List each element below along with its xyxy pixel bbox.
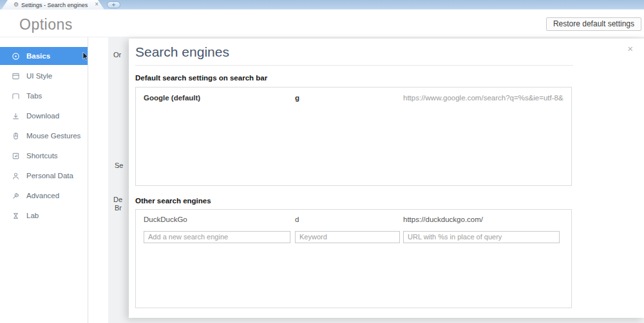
target-icon [12, 52, 20, 60]
sidebar-item-label: Download [26, 112, 59, 120]
sidebar-item-label: Tabs [26, 92, 42, 100]
engine-keyword: g [295, 94, 403, 102]
person-icon [12, 172, 20, 180]
engine-url: https://duckduckgo.com/ [403, 216, 564, 223]
gear-icon: ⚙ [14, 2, 19, 8]
clipped-label: Or [113, 51, 121, 59]
other-search-engines-box: DuckDuckGo d https://duckduckgo.com/ [135, 209, 572, 308]
add-engine-url-input[interactable] [403, 231, 560, 243]
engine-name: DuckDuckGo [144, 216, 295, 223]
window-icon [12, 72, 20, 80]
clipped-label: De [113, 196, 122, 203]
sidebar-item-basics[interactable]: Basics [0, 47, 88, 65]
sidebar-item-label: Mouse Gestures [26, 132, 80, 140]
engine-name: Google (default) [144, 94, 295, 102]
new-tab-button[interactable]: + [107, 1, 120, 8]
default-search-heading: Default search settings on search bar [135, 74, 267, 82]
search-engines-modal: Search engines × Default search settings… [129, 39, 644, 318]
search-engine-row[interactable]: Google (default) g https://www.google.co… [136, 88, 571, 102]
sidebar-item-label: Basics [26, 52, 50, 60]
tab-icon [12, 92, 20, 100]
engine-keyword: d [295, 216, 403, 223]
tab-title: Settings - Search engines [21, 2, 88, 8]
browser-tab[interactable]: ⚙ Settings - Search engines × [1, 0, 104, 10]
tab-bar: ⚙ Settings - Search engines × + [0, 0, 644, 10]
sidebar-item-tabs[interactable]: Tabs [0, 87, 88, 105]
sidebar-item-label: Shortcuts [26, 152, 58, 160]
tab-close-icon[interactable]: × [95, 1, 99, 8]
engine-url: https://www.google.com/search?q=%s&ie=ut… [403, 94, 564, 102]
clipped-label: Se [115, 162, 123, 169]
sidebar-item-shortcuts[interactable]: Shortcuts [0, 147, 88, 165]
sidebar-item-personal-data[interactable]: Personal Data [0, 167, 88, 185]
restore-default-settings-button[interactable]: Restore default settings [546, 17, 641, 31]
sidebar-item-label: Lab [26, 212, 39, 219]
page-title: Options [19, 16, 73, 33]
default-search-engine-box: Google (default) g https://www.google.co… [135, 87, 572, 186]
mouse-cursor [82, 52, 89, 61]
add-engine-row [136, 230, 571, 243]
add-engine-keyword-input[interactable] [295, 231, 400, 243]
mouse-icon [12, 132, 20, 140]
sidebar-item-ui-style[interactable]: UI Style [0, 67, 88, 85]
close-icon[interactable]: × [627, 44, 633, 53]
sidebar-item-advanced[interactable]: Advanced [0, 187, 88, 205]
sidebar: Basics UI Style Tabs Download Mouse Gest… [0, 37, 88, 323]
sidebar-item-label: Advanced [26, 192, 59, 199]
wrench-icon [12, 192, 20, 200]
sidebar-item-mouse-gestures[interactable]: Mouse Gestures [0, 127, 88, 145]
title-divider [135, 65, 573, 66]
modal-title: Search engines [135, 44, 229, 60]
search-engine-row[interactable]: DuckDuckGo d https://duckduckgo.com/ [136, 210, 571, 223]
sidebar-item-label: UI Style [26, 72, 52, 80]
sidebar-item-lab[interactable]: Lab [0, 207, 88, 225]
options-header: Options Restore default settings [0, 10, 644, 37]
other-search-heading: Other search engines [135, 197, 211, 205]
flask-icon [12, 212, 20, 220]
sidebar-item-label: Personal Data [26, 172, 73, 180]
shortcut-key-icon [12, 152, 20, 160]
clipped-label: Br [115, 204, 122, 212]
download-icon [12, 112, 20, 120]
sidebar-item-download[interactable]: Download [0, 107, 88, 125]
add-engine-name-input[interactable] [144, 231, 290, 243]
